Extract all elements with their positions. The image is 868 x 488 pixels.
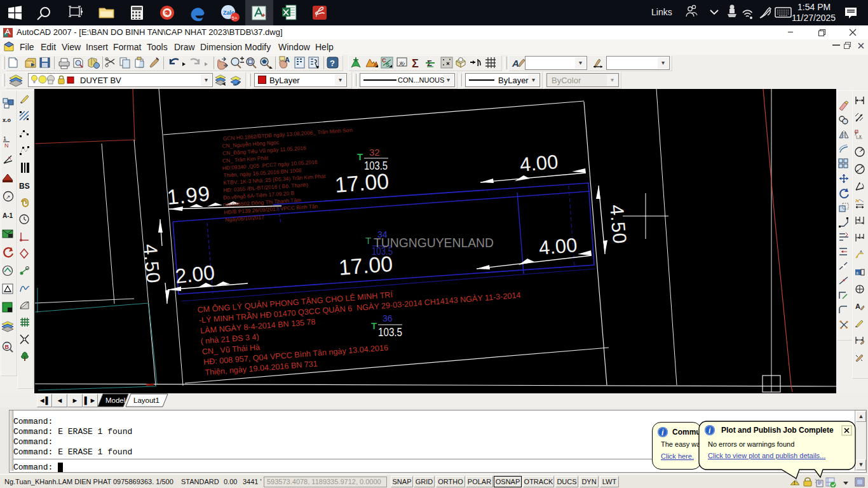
svg-text:A: A — [512, 58, 519, 69]
svg-text:↗: ↗ — [6, 194, 11, 200]
svg-text:TUNGNGUYENLAND: TUNGNGUYENLAND — [374, 235, 494, 250]
svg-text:±: ± — [856, 270, 859, 276]
svg-text:Click to view plot and publish: Click to view plot and publish details..… — [708, 452, 825, 459]
svg-text:4.50: 4.50 — [606, 204, 630, 245]
svg-text:A-1: A-1 — [3, 212, 13, 219]
svg-text:A: A — [855, 302, 860, 310]
svg-text:Layout1: Layout1 — [133, 396, 159, 404]
svg-text:32: 32 — [369, 147, 380, 158]
svg-text:T: T — [371, 320, 377, 331]
svg-text:1.99: 1.99 — [166, 182, 211, 209]
svg-text:103.5: 103.5 — [378, 326, 402, 339]
svg-text:No errors or warnings found: No errors or warnings found — [708, 440, 794, 448]
svg-text:4.00: 4.00 — [538, 234, 578, 259]
svg-text:103.5: 103.5 — [364, 159, 388, 172]
svg-text:Model: Model — [105, 396, 125, 404]
svg-text:4.00: 4.00 — [519, 151, 559, 176]
svg-text:GCN H0.1862/BTDB ngày 13.08.20: GCN H0.1862/BTDB ngày 13.08.2006_ Trần M… — [222, 126, 353, 142]
svg-text:2.00: 2.00 — [174, 261, 216, 288]
svg-text:T: T — [365, 235, 371, 246]
svg-text:Ngày06/10/2017: Ngày06/10/2017 — [225, 214, 264, 223]
svg-text:B: B — [5, 344, 10, 350]
svg-text:Plot and Publish Job Complete: Plot and Publish Job Complete — [721, 426, 834, 435]
svg-text:The easy wa: The easy wa — [661, 440, 701, 448]
svg-text:17.00: 17.00 — [334, 169, 390, 197]
svg-text:Σ: Σ — [412, 57, 419, 70]
svg-text:N: N — [4, 142, 9, 149]
svg-text:36: 36 — [383, 313, 393, 323]
svg-text:S: S — [386, 62, 390, 68]
svg-text:Commu: Commu — [672, 428, 701, 437]
svg-text:Click here.: Click here. — [661, 452, 694, 460]
svg-text:4.50: 4.50 — [140, 243, 164, 285]
svg-text:w: w — [399, 60, 403, 65]
svg-text:?: ? — [330, 58, 335, 68]
svg-text:x: x — [859, 134, 862, 139]
svg-text:1: 1 — [3, 135, 6, 142]
svg-text:5+: 5+ — [232, 15, 238, 21]
svg-text:A: A — [860, 250, 862, 254]
svg-text:T: T — [357, 151, 363, 162]
svg-text:BS: BS — [19, 182, 30, 191]
svg-text:x.o: x.o — [3, 117, 11, 123]
svg-text:c: c — [165, 10, 168, 17]
svg-text:A: A — [285, 56, 290, 64]
